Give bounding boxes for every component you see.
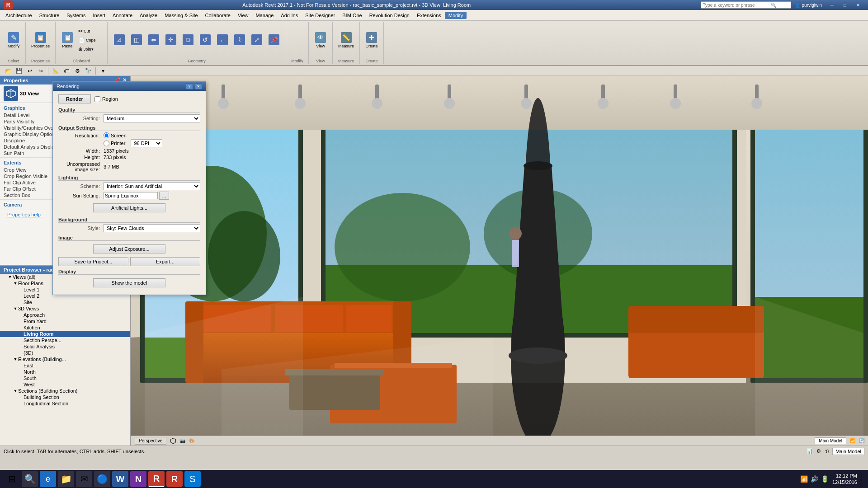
region-checkbox[interactable]	[94, 96, 100, 102]
join-btn[interactable]: ⊕ Join▾	[76, 45, 104, 53]
taskbar-word[interactable]: W	[112, 471, 128, 487]
close-button[interactable]: ✕	[852, 1, 864, 9]
pb-west[interactable]: West	[0, 381, 130, 388]
align-btn[interactable]: ⊿	[111, 33, 127, 47]
taskbar-explorer[interactable]: 📁	[58, 471, 74, 487]
pin-btn[interactable]: 📌	[266, 33, 282, 47]
search-input[interactable]	[703, 3, 771, 8]
dialog-close-button[interactable]: ✕	[195, 83, 202, 89]
paste-btn[interactable]: 📋 Paste	[59, 31, 75, 49]
taskbar-revit2[interactable]: R	[166, 471, 183, 487]
properties-btn[interactable]: 📋 Properties	[29, 31, 52, 49]
menu-bimone[interactable]: BIM One	[339, 12, 365, 19]
dialog-help-button[interactable]: ?	[186, 83, 193, 89]
menu-annotate[interactable]: Annotate	[109, 12, 136, 19]
start-button[interactable]: ⊞	[4, 471, 20, 487]
pb-building-section[interactable]: Building Section	[0, 394, 130, 400]
menu-view[interactable]: View	[234, 12, 252, 19]
view-cube-icon[interactable]: ⬡	[170, 436, 176, 445]
save-to-project-button[interactable]: Save to Project...	[58, 257, 128, 266]
camera-icon[interactable]: 📷	[180, 438, 185, 443]
menu-modify[interactable]: Modify	[445, 12, 467, 19]
pb-section-perspective[interactable]: Section Perspe...	[0, 337, 130, 343]
main-model-selector[interactable]: Main Model	[815, 437, 846, 444]
pb-3d-views[interactable]: ▼ 3D Views	[0, 305, 130, 312]
menu-revolution[interactable]: Revolution Design	[366, 12, 413, 19]
pb-elevations[interactable]: ▼ Elevations (Building...	[0, 356, 130, 362]
taskbar-outlook[interactable]: ✉	[76, 471, 92, 487]
menu-massing[interactable]: Massing & Site	[161, 12, 201, 19]
modify-tool[interactable]: ✎ Modify	[5, 31, 22, 49]
view-btn[interactable]: 👁View	[312, 31, 329, 49]
menu-structure[interactable]: Structure	[36, 12, 63, 19]
pb-site[interactable]: Site	[0, 299, 130, 305]
model-selector[interactable]: Main Model	[832, 448, 864, 455]
save-btn[interactable]: 💾	[14, 67, 24, 75]
pb-approach[interactable]: Approach	[0, 312, 130, 318]
dpi-select[interactable]: 96 DPI	[131, 139, 162, 147]
taskbar-ie[interactable]: e	[40, 471, 56, 487]
pb-solar-analysis[interactable]: Solar Analysis	[0, 343, 130, 350]
menu-extensions[interactable]: Extensions	[413, 12, 445, 19]
menu-manage[interactable]: Manage	[252, 12, 278, 19]
menu-site-designer[interactable]: Site Designer	[302, 12, 339, 19]
screen-radio-option[interactable]: Screen	[104, 132, 127, 138]
undo-btn[interactable]: ↩	[25, 67, 34, 75]
copy-geom-btn[interactable]: ⧉	[180, 33, 196, 47]
scale-btn[interactable]: ⤢	[249, 33, 265, 47]
more-btn[interactable]: ▾	[99, 67, 108, 75]
open-btn[interactable]: 📂	[4, 67, 13, 75]
settings-btn[interactable]: ⚙	[73, 67, 82, 75]
system-clock[interactable]: 12:12 PM 12/15/2016	[832, 473, 857, 486]
measure-qat[interactable]: 📐	[51, 67, 60, 75]
adjust-exposure-button[interactable]: Adjust Exposure...	[93, 244, 165, 253]
menu-systems[interactable]: Systems	[63, 12, 89, 19]
pb-3d[interactable]: (3D)	[0, 350, 130, 356]
menu-addins[interactable]: Add-Ins	[277, 12, 302, 19]
cut-btn[interactable]: ✂ Cut	[76, 27, 104, 35]
pb-south[interactable]: South	[0, 375, 130, 381]
artificial-lights-button[interactable]: Artificial Lights...	[93, 203, 165, 212]
show-model-button[interactable]: Show the model	[93, 278, 165, 287]
search-box[interactable]: 🔍	[701, 1, 791, 9]
redo-btn[interactable]: ↪	[36, 67, 45, 75]
perspective-tab[interactable]: Perspective	[135, 437, 166, 445]
render-icon[interactable]: 🎨	[189, 438, 194, 443]
mirror-btn[interactable]: ⇔	[146, 33, 162, 47]
printer-radio[interactable]	[104, 141, 109, 146]
pb-from-yard[interactable]: From Yard	[0, 318, 130, 324]
export-button[interactable]: Export...	[130, 257, 200, 266]
printer-radio-option[interactable]: Printer	[104, 139, 125, 147]
sun-setting-input[interactable]	[104, 192, 158, 199]
tag-btn[interactable]: 🏷	[62, 67, 71, 75]
offset-btn[interactable]: ◫	[128, 33, 145, 47]
menu-collaborate[interactable]: Collaborate	[202, 12, 234, 19]
trim-btn[interactable]: ⌐	[214, 33, 231, 47]
move-btn[interactable]: ✛	[163, 33, 179, 47]
maximize-button[interactable]: □	[839, 1, 851, 9]
create-btn[interactable]: ✚Create	[363, 31, 380, 49]
menu-analyze[interactable]: Analyze	[136, 12, 161, 19]
sun-dots-button[interactable]: ...	[159, 192, 169, 200]
measure-btn[interactable]: 📏Measure	[336, 31, 356, 49]
pb-longitudinal-section[interactable]: Longitudinal Section	[0, 400, 130, 407]
3d-view-area[interactable]: Perspective ⬡ 📷 🎨 Main Model 📶 🔄	[131, 76, 868, 446]
properties-help-link[interactable]: Properties help	[4, 211, 44, 218]
rotate-btn[interactable]: ↺	[197, 33, 213, 47]
taskbar-onenote[interactable]: N	[130, 471, 146, 487]
scheme-select[interactable]: Interior: Sun and Artificial	[104, 182, 200, 190]
menu-architecture[interactable]: Architecture	[2, 12, 36, 19]
pb-sections[interactable]: ▼ Sections (Building Section)	[0, 388, 130, 394]
quality-select[interactable]: Medium	[104, 114, 200, 122]
taskbar-search[interactable]: 🔍	[22, 471, 38, 487]
screen-radio[interactable]	[104, 132, 109, 138]
render-button[interactable]: Render	[58, 94, 91, 103]
pb-living-room[interactable]: Living Room	[0, 331, 130, 337]
view-qat[interactable]: 🔭	[84, 67, 93, 75]
minimize-button[interactable]: ─	[826, 1, 838, 9]
style-select[interactable]: Sky: Few Clouds	[104, 224, 200, 232]
menu-insert[interactable]: Insert	[90, 12, 109, 19]
taskbar-chrome[interactable]: 🔵	[94, 471, 110, 487]
pb-kitchen[interactable]: Kitchen	[0, 324, 130, 331]
taskbar-revit[interactable]: R	[148, 471, 165, 487]
